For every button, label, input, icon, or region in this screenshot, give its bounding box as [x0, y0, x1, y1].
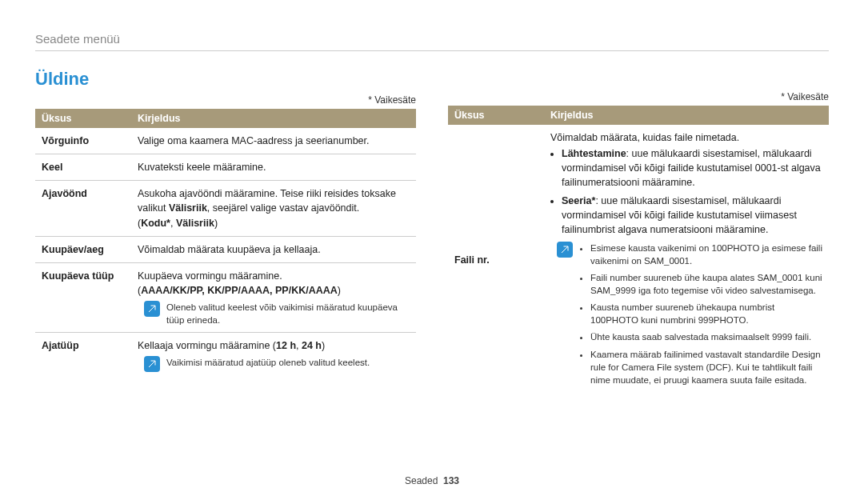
- desc-cell: Kuvateksti keele määramine.: [131, 154, 416, 181]
- desc-cell: Asukoha ajavööndi määramine. Teise riiki…: [131, 181, 416, 236]
- table-row: Faili nr. Võimaldab määrata, kuidas fail…: [448, 125, 829, 396]
- right-table: Üksus Kirjeldus Faili nr. Võimaldab määr…: [448, 106, 829, 396]
- desc-cell: Kuupäeva vormingu määramine. (AAAA/KK/PP…: [131, 262, 416, 332]
- unit-cell: Kuupäev/aeg: [35, 236, 131, 262]
- note-icon: [557, 242, 573, 258]
- note-text: Esimese kausta vaikenimi on 100PHOTO ja …: [579, 242, 822, 390]
- table-row: Kuupäeva tüüp Kuupäeva vormingu määramin…: [35, 262, 416, 332]
- unit-cell: Kuupäeva tüüp: [35, 262, 131, 332]
- unit-cell: Faili nr.: [448, 125, 544, 396]
- th-unit: Üksus: [35, 109, 131, 128]
- breadcrumb: Seadete menüü: [35, 32, 829, 51]
- note-text: Vaikimisi määratud ajatüüp oleneb valitu…: [166, 356, 370, 369]
- right-column: * Vaikesäte Üksus Kirjeldus Faili nr. Võ…: [448, 69, 829, 396]
- note-icon: [144, 301, 160, 317]
- th-desc: Kirjeldus: [131, 109, 416, 128]
- unit-cell: Võrguinfo: [35, 128, 131, 154]
- page-title: Üldine: [35, 69, 416, 90]
- page-footer: Seaded 133: [0, 475, 864, 486]
- desc-cell: Valige oma kaamera MAC-aadress ja seeria…: [131, 128, 416, 154]
- table-row: Keel Kuvateksti keele määramine.: [35, 154, 416, 181]
- left-column: Üldine * Vaikesäte Üksus Kirjeldus Võrgu…: [35, 69, 416, 396]
- table-row: Võrguinfo Valige oma kaamera MAC-aadress…: [35, 128, 416, 154]
- th-unit: Üksus: [448, 106, 544, 125]
- note-text: Oleneb valitud keelest võib vaikimisi mä…: [166, 301, 410, 326]
- default-note-left: * Vaikesäte: [35, 94, 416, 106]
- th-desc: Kirjeldus: [544, 106, 829, 125]
- desc-cell: Kellaaja vormingu määramine (12 h, 24 h)…: [131, 333, 416, 378]
- unit-cell: Ajatüüp: [35, 333, 131, 378]
- table-row: Ajatüüp Kellaaja vormingu määramine (12 …: [35, 333, 416, 378]
- default-note-right: * Vaikesäte: [448, 91, 829, 102]
- unit-cell: Keel: [35, 154, 131, 181]
- desc-cell: Võimaldab määrata kuupäeva ja kellaaja.: [131, 236, 416, 262]
- left-table: Üksus Kirjeldus Võrguinfo Valige oma kaa…: [35, 109, 416, 378]
- table-row: Ajavöönd Asukoha ajavööndi määramine. Te…: [35, 181, 416, 236]
- unit-cell: Ajavöönd: [35, 181, 131, 236]
- note-icon: [144, 356, 160, 372]
- table-row: Kuupäev/aeg Võimaldab määrata kuupäeva j…: [35, 236, 416, 262]
- desc-cell: Võimaldab määrata, kuidas faile nimetada…: [544, 125, 829, 396]
